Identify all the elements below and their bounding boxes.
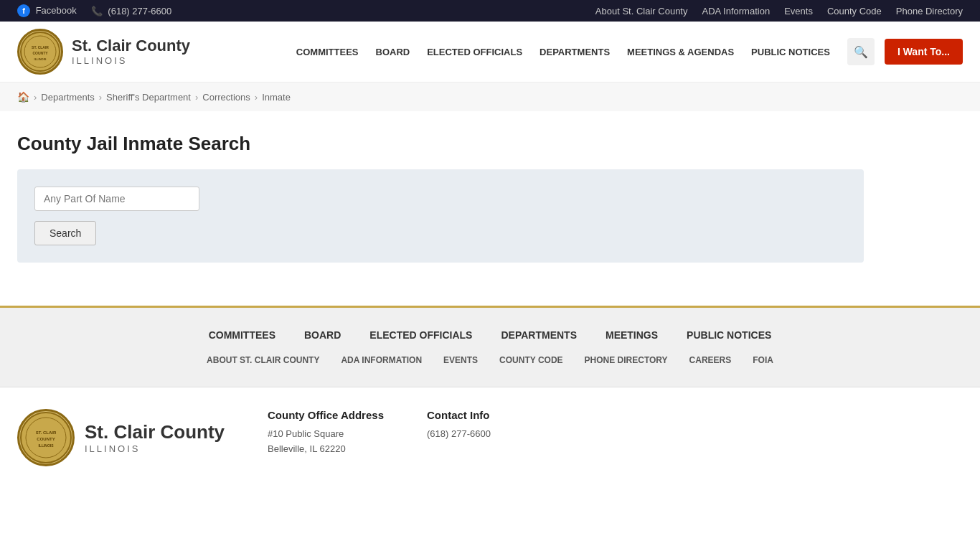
breadcrumb-home-link[interactable]: 🏠 [17,91,29,103]
nav-item-meetings[interactable]: MEETINGS & AGENDAS [620,41,741,63]
name-search-input[interactable] [34,187,199,211]
breadcrumb-departments-link[interactable]: Departments [41,92,94,103]
footer-contact-block: Contact Info (618) 277-6600 [427,409,491,457]
breadcrumb-corrections-link[interactable]: Corrections [202,92,250,103]
logo-text: St. Clair County ILLINOIS [72,37,190,67]
breadcrumb-sep-3: › [195,92,198,103]
footer-about-link[interactable]: ABOUT ST. CLAIR COUNTY [207,355,319,365]
svg-text:ST. CLAIR: ST. CLAIR [32,45,49,50]
footer-foia-label: FOIA [753,355,773,365]
header: ST. CLAIR COUNTY ILLINOIS St. Clair Coun… [0,22,980,83]
footer-county-code-label: COUNTY CODE [499,355,562,365]
footer-phone-dir-link[interactable]: PHONE DIRECTORY [585,355,668,365]
footer-logo-area: ST. CLAIR COUNTY ILLINOIS St. Clair Coun… [17,409,225,466]
nav-elected-label: ELECTED OFFICIALS [427,47,522,57]
footer-address-line1: #10 Public Square [268,427,384,442]
footer-contact-phone: (618) 277-6600 [427,427,491,442]
footer-bottom: ST. CLAIR COUNTY ILLINOIS St. Clair Coun… [0,387,980,488]
breadcrumb-departments-label: Departments [41,92,94,103]
svg-text:COUNTY: COUNTY [37,437,55,441]
phone-icon: 📞 [91,6,103,17]
topbar-events-link[interactable]: Events [784,6,813,17]
header-search-button[interactable]: 🔍 [847,38,875,65]
footer-events-label: EVENTS [443,355,478,365]
footer-county-name: St. Clair County [85,421,225,443]
nav-item-notices[interactable]: PUBLIC NOTICES [744,41,837,63]
breadcrumb-sep-1: › [34,92,37,103]
footer-nav-meetings-label: MEETINGS [606,329,658,341]
logo-seal: ST. CLAIR COUNTY ILLINOIS [17,29,63,75]
breadcrumb: 🏠 › Departments › Sheriff's Department ›… [0,83,980,111]
footer-contact-title: Contact Info [427,409,491,421]
nav-board-link[interactable]: BOARD [369,41,418,63]
footer-nav-committees-label: COMMITTEES [209,329,275,341]
footer-ada-link[interactable]: ADA INFORMATION [341,355,422,365]
topbar-about-label: About St. Clair County [595,6,688,17]
phone-link[interactable]: 📞 (618) 277-6600 [91,6,172,17]
breadcrumb-sep-4: › [255,92,258,103]
footer-nav-notices-label: PUBLIC NOTICES [687,329,771,341]
footer-nav-board[interactable]: BOARD [304,329,341,341]
nav-committees-link[interactable]: COMMITTEES [289,41,366,63]
footer-address-block: County Office Address #10 Public Square … [268,409,384,457]
svg-text:ILLINOIS: ILLINOIS [38,443,54,448]
topbar-events-label: Events [784,6,813,17]
topbar-phone-dir-link[interactable]: Phone Directory [896,6,963,17]
footer-county-state: ILLINOIS [85,443,225,454]
county-name: St. Clair County [72,37,190,55]
topbar-county-code-label: County Code [827,6,882,17]
top-bar-left: f Facebook 📞 (618) 277-6600 [17,4,171,17]
footer-nav: COMMITTEES BOARD ELECTED OFFICIALS DEPAR… [0,306,980,387]
iwantto-button[interactable]: I Want To... [885,39,963,65]
breadcrumb-sheriff-label: Sheriff's Department [106,92,191,103]
nav-elected-link[interactable]: ELECTED OFFICIALS [420,41,529,63]
topbar-county-code-link[interactable]: County Code [827,6,882,17]
facebook-link[interactable]: f Facebook [17,4,77,17]
footer-phone-dir-label: PHONE DIRECTORY [585,355,668,365]
nav-item-board[interactable]: BOARD [369,41,418,63]
footer-nav-primary: COMMITTEES BOARD ELECTED OFFICIALS DEPAR… [17,329,963,341]
footer-nav-elected[interactable]: ELECTED OFFICIALS [369,329,472,341]
nav-departments-label: DEPARTMENTS [540,47,610,57]
inmate-search-box: Search [17,169,864,263]
topbar-about-link[interactable]: About St. Clair County [595,6,688,17]
footer-nav-board-label: BOARD [304,329,341,341]
nav-menu: COMMITTEES BOARD ELECTED OFFICIALS DEPAR… [289,41,837,63]
footer-ada-label: ADA INFORMATION [341,355,422,365]
nav-notices-label: PUBLIC NOTICES [751,47,830,57]
nav-notices-link[interactable]: PUBLIC NOTICES [744,41,837,63]
facebook-icon: f [17,4,30,17]
main-content: County Jail Inmate Search Search [0,111,980,306]
main-nav: COMMITTEES BOARD ELECTED OFFICIALS DEPAR… [289,41,837,63]
footer-county-code-link[interactable]: COUNTY CODE [499,355,562,365]
search-submit-button[interactable]: Search [34,221,96,245]
page-title: County Jail Inmate Search [17,133,963,155]
nav-board-label: BOARD [376,47,410,57]
breadcrumb-current: Inmate [262,92,291,103]
footer-foia-link[interactable]: FOIA [753,355,773,365]
svg-text:COUNTY: COUNTY [32,51,48,55]
footer-nav-departments[interactable]: DEPARTMENTS [501,329,577,341]
nav-item-departments[interactable]: DEPARTMENTS [532,41,617,63]
county-state: ILLINOIS [72,55,190,67]
svg-text:ILLINOIS: ILLINOIS [34,57,47,61]
nav-item-committees[interactable]: COMMITTEES [289,41,366,63]
breadcrumb-sheriff-link[interactable]: Sheriff's Department [106,92,191,103]
footer-address-title: County Office Address [268,409,384,421]
home-icon: 🏠 [17,91,29,103]
footer-events-link[interactable]: EVENTS [443,355,478,365]
logo-link[interactable]: ST. CLAIR COUNTY ILLINOIS St. Clair Coun… [17,29,190,75]
footer-nav-secondary: ABOUT ST. CLAIR COUNTY ADA INFORMATION E… [17,355,963,365]
nav-item-elected[interactable]: ELECTED OFFICIALS [420,41,529,63]
nav-meetings-link[interactable]: MEETINGS & AGENDAS [620,41,741,63]
footer-nav-notices[interactable]: PUBLIC NOTICES [687,329,771,341]
topbar-phone-dir-label: Phone Directory [896,6,963,17]
footer-careers-link[interactable]: CAREERS [689,355,732,365]
breadcrumb-sep-2: › [99,92,102,103]
top-bar-right: About St. Clair County ADA Information E… [595,6,963,17]
topbar-ada-link[interactable]: ADA Information [702,6,770,17]
footer-nav-meetings[interactable]: MEETINGS [606,329,658,341]
footer-nav-committees[interactable]: COMMITTEES [209,329,275,341]
nav-departments-link[interactable]: DEPARTMENTS [532,41,617,63]
top-bar: f Facebook 📞 (618) 277-6600 About St. Cl… [0,0,980,22]
